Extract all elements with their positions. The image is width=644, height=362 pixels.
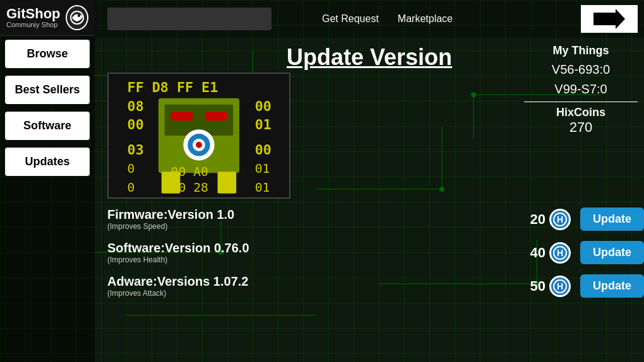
- bird-icon: [68, 9, 86, 26]
- robot-image: FF D8 FF E1 08 00 00 01 03 00 0 00 A0: [109, 73, 289, 199]
- arrow-right-icon: [590, 8, 628, 30]
- svg-text:H: H: [557, 281, 563, 291]
- svg-text:00: 00: [128, 117, 144, 132]
- adware-update-button[interactable]: Update: [580, 274, 644, 298]
- header: Get Request Marketplace: [95, 0, 644, 38]
- robot-image-container: FF D8 FF E1 08 00 00 01 03 00 0 00 A0: [107, 73, 290, 199]
- firmware-desc: (Improves Speed): [107, 222, 530, 231]
- hixcoin-icon: H: [553, 213, 567, 226]
- software-cost: 40 H: [530, 242, 571, 264]
- svg-text:01: 01: [255, 161, 270, 176]
- hixcoins-label: HixCoins: [524, 102, 638, 119]
- adware-cost: 50 H: [530, 276, 571, 297]
- update-info-firmware: Firmware:Version 1.0 (Improves Speed): [107, 207, 530, 231]
- logo-area: GitShop Communiy Shop: [0, 0, 95, 36]
- get-request-link[interactable]: Get Request: [322, 13, 379, 25]
- my-things-title: My Things: [524, 44, 638, 57]
- software-update-button[interactable]: Update: [580, 241, 644, 264]
- svg-text:H: H: [557, 248, 563, 258]
- software-cost-number: 40: [530, 245, 546, 261]
- svg-text:08: 08: [128, 98, 144, 114]
- sidebar-item-best-sellers[interactable]: Best Sellers: [5, 76, 90, 104]
- svg-rect-27: [171, 112, 193, 121]
- svg-rect-28: [205, 112, 227, 121]
- coin-icon-software: H: [549, 242, 571, 264]
- svg-text:FF D8 FF E1: FF D8 FF E1: [128, 79, 218, 95]
- hixcoins-value: 270: [524, 119, 638, 136]
- hixcoin-icon-3: H: [553, 279, 567, 293]
- sidebar-item-software[interactable]: Software: [5, 112, 90, 140]
- logo-text: GitShop Communiy Shop: [6, 7, 61, 28]
- svg-text:00: 00: [255, 142, 271, 158]
- adware-cost-number: 50: [530, 278, 546, 295]
- marketplace-link[interactable]: Marketplace: [398, 13, 453, 25]
- update-row-adware: Adware:Versions 1.07.2 (Improves Attack)…: [107, 272, 644, 300]
- updates-list: Firmware:Version 1.0 (Improves Speed) 20…: [107, 205, 644, 305]
- svg-text:00 A0: 00 A0: [171, 165, 208, 179]
- coin-icon-firmware: H: [549, 209, 571, 230]
- main-content: Update Version FF D8 FF E1 08 00 00 01: [95, 38, 644, 362]
- app-subtitle: Communiy Shop: [6, 21, 61, 28]
- update-row-software: Software:Version 0.76.0 (Improves Health…: [107, 238, 644, 267]
- firmware-update-button[interactable]: Update: [580, 207, 644, 231]
- adware-desc: (Improves Attack): [107, 289, 530, 298]
- svg-text:0: 0: [128, 161, 135, 176]
- svg-rect-34: [218, 172, 237, 194]
- coin-icon-adware: H: [549, 276, 571, 297]
- update-info-software: Software:Version 0.76.0 (Improves Health…: [107, 241, 530, 264]
- my-things-panel: My Things V56-693:0 V99-S7:0 HixCoins 27…: [518, 38, 644, 142]
- app-title: GitShop: [6, 7, 61, 21]
- svg-marker-18: [593, 9, 625, 29]
- header-nav: Get Request Marketplace: [322, 13, 453, 25]
- svg-text:00: 00: [255, 98, 271, 114]
- firmware-cost-number: 20: [530, 211, 546, 228]
- svg-text:01: 01: [255, 180, 270, 195]
- thing-v99: V99-S7:0: [524, 82, 638, 96]
- svg-point-17: [78, 15, 80, 17]
- sidebar-item-updates[interactable]: Updates: [5, 148, 90, 176]
- software-desc: (Improves Health): [107, 255, 530, 264]
- forward-arrow-button[interactable]: [581, 5, 638, 33]
- thing-v56: V56-693:0: [524, 62, 638, 77]
- sidebar: GitShop Communiy Shop Browse Best Seller…: [0, 0, 95, 362]
- svg-text:03: 03: [128, 142, 144, 158]
- update-info-adware: Adware:Versions 1.07.2 (Improves Attack): [107, 274, 530, 298]
- software-name: Software:Version 0.76.0: [107, 241, 530, 255]
- svg-text:H: H: [557, 214, 563, 225]
- svg-point-32: [196, 142, 202, 148]
- logo-icon: [66, 5, 88, 30]
- svg-text:0: 0: [128, 180, 135, 195]
- search-bar[interactable]: [107, 8, 271, 30]
- firmware-cost: 20 H: [530, 209, 571, 230]
- hixcoin-icon-2: H: [553, 246, 567, 260]
- svg-text:00 28: 00 28: [171, 180, 208, 195]
- adware-name: Adware:Versions 1.07.2: [107, 274, 530, 289]
- firmware-name: Firmware:Version 1.0: [107, 207, 530, 222]
- update-row-firmware: Firmware:Version 1.0 (Improves Speed) 20…: [107, 205, 644, 233]
- svg-text:01: 01: [255, 117, 271, 132]
- sidebar-item-browse[interactable]: Browse: [5, 40, 90, 68]
